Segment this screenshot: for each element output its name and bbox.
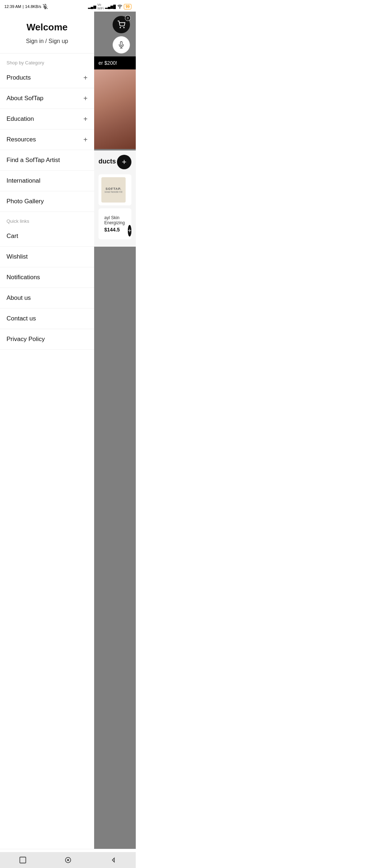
product-name-skin-energizing: ayl Skin Energizing [104, 215, 125, 225]
nav-item-about-softap-label: About SofTap [7, 95, 43, 102]
brand-subtitle: ional Needle Kit [105, 191, 122, 193]
vo-wifi-label: VoWiFi [97, 3, 104, 10]
products-section-title: ducts [98, 158, 116, 165]
time: 12:39 AM [4, 4, 21, 9]
expand-products-icon: + [83, 74, 88, 81]
nav-item-wishlist-label: Wishlist [7, 253, 28, 260]
svg-rect-5 [20, 857, 26, 863]
battery-indicator: 99 [124, 4, 131, 9]
products-section: ducts + SOFTAP. ional Needle Kit [94, 150, 136, 247]
nav-item-cart-label: Cart [7, 233, 18, 239]
add-skin-energizing-button[interactable]: + [128, 225, 132, 237]
nav-item-privacy-policy-label: Privacy Policy [7, 336, 45, 342]
nav-item-privacy-policy[interactable]: Privacy Policy [0, 329, 94, 350]
nav-item-education[interactable]: Education + [0, 109, 94, 129]
nav-item-resources[interactable]: Resources + [0, 129, 94, 150]
product-card-skin-energizing[interactable]: ayl Skin Energizing $144.5 + [98, 208, 131, 239]
wifi-icon [117, 4, 123, 9]
product-thumb-needle-kit: SOFTAP. ional Needle Kit [101, 177, 126, 203]
nav-item-notifications-label: Notifications [7, 274, 40, 281]
nav-item-wishlist[interactable]: Wishlist [0, 247, 94, 267]
nav-item-photo-gallery[interactable]: Photo Gallery [0, 191, 94, 212]
drawer-panel: Welcome Sign in / Sign up Shop by Catego… [0, 12, 94, 858]
cart-count: 0 [125, 15, 131, 21]
nav-item-find-artist-label: Find a SofTap Artist [7, 157, 60, 163]
product-price-skin-energizing: $144.5 [104, 227, 125, 233]
status-left: 12:39 AM | 14.8KB/s [4, 4, 48, 9]
nav-item-about-softap[interactable]: About SofTap + [0, 88, 94, 109]
nav-item-contact-us[interactable]: Contact us [0, 309, 94, 329]
svg-point-1 [119, 8, 120, 8]
product-info-skin-energizing: ayl Skin Energizing $144.5 [104, 215, 125, 233]
banner-text: er $200! [98, 60, 117, 66]
expand-about-icon: + [83, 95, 88, 102]
product-card-needle-kit[interactable]: SOFTAP. ional Needle Kit [98, 174, 131, 205]
nav-item-notifications[interactable]: Notifications [0, 267, 94, 288]
nav-item-education-label: Education [7, 115, 34, 123]
mic-icon [118, 41, 125, 48]
nav-item-find-artist[interactable]: Find a SofTap Artist [0, 150, 94, 171]
svg-point-7 [67, 859, 69, 861]
nav-item-contact-us-label: Contact us [7, 315, 36, 322]
promo-banner: er $200! [94, 56, 136, 69]
android-nav-bar [0, 852, 136, 868]
data-speed: 14.8KB/s [25, 4, 41, 9]
android-back-button[interactable] [108, 855, 118, 865]
separator: | [22, 4, 24, 9]
mic-button[interactable] [113, 36, 130, 54]
nav-item-products-label: Products [7, 74, 31, 81]
svg-marker-8 [112, 858, 114, 862]
screen-wrapper: Welcome Sign in / Sign up Shop by Catego… [0, 12, 136, 858]
android-circle-button[interactable] [63, 855, 73, 865]
nav-item-resources-label: Resources [7, 136, 36, 143]
drawer-title: Welcome [7, 22, 88, 33]
nav-item-international-label: International [7, 177, 41, 184]
page-background-overlay: 0 er $200! ducts + [94, 12, 136, 858]
cell-signal-icon: ▂▄▆█ [105, 5, 116, 9]
nav-item-about-us-label: About us [7, 294, 31, 301]
brand-name: SOFTAP. [105, 187, 121, 191]
mute-icon [43, 4, 48, 9]
drawer-header: Welcome Sign in / Sign up [0, 12, 94, 54]
nav-item-photo-gallery-label: Photo Gallery [7, 198, 44, 205]
nav-items-expandable: Products + About SofTap + Education + Re… [0, 68, 94, 150]
android-square-button[interactable] [18, 855, 28, 865]
nav-item-products[interactable]: Products + [0, 68, 94, 88]
expand-education-icon: + [83, 115, 88, 123]
quick-links-label: Quick links [0, 212, 94, 226]
nav-item-international[interactable]: International [0, 171, 94, 191]
expand-resources-icon: + [83, 136, 88, 143]
cart-icon [117, 21, 125, 29]
status-bar: 12:39 AM | 14.8KB/s ▂▄▆ VoWiFi ▂▄▆█ 99 [0, 0, 136, 12]
signin-link[interactable]: Sign in / Sign up [7, 38, 88, 44]
nav-item-cart[interactable]: Cart [0, 226, 94, 247]
add-product-button[interactable]: + [117, 155, 131, 169]
status-right: ▂▄▆ VoWiFi ▂▄▆█ 99 [88, 3, 131, 10]
cart-button[interactable]: 0 [113, 16, 130, 33]
nav-item-about-us[interactable]: About us [0, 288, 94, 309]
shop-by-category-label: Shop by Category [0, 54, 94, 68]
svg-point-2 [120, 27, 121, 28]
signal-icon: ▂▄▆ [88, 5, 96, 9]
svg-point-3 [123, 27, 124, 28]
hero-image [94, 69, 136, 149]
